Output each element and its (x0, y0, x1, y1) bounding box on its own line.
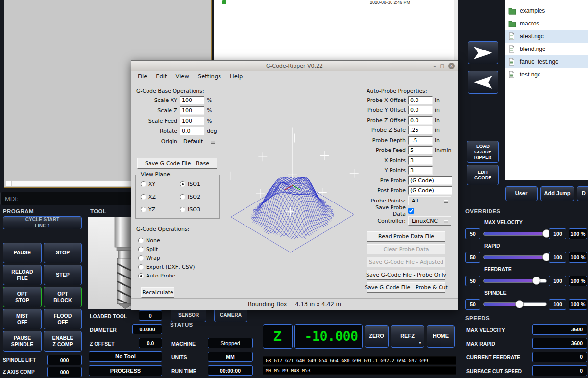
scale-xy-input[interactable] (180, 96, 204, 104)
probe-points-dropdown[interactable]: All (408, 196, 451, 205)
file-item-blend[interactable]: blend.ngc (505, 43, 588, 55)
radio-export[interactable]: Export (DXF, CSV) (138, 264, 195, 270)
scale-feed-input[interactable] (180, 117, 204, 125)
dialog-titlebar[interactable]: G-Code-Ripper V0.22 – □ × (131, 61, 458, 71)
origin-dropdown[interactable]: Default (180, 137, 218, 146)
override-min-button[interactable]: 50 (466, 299, 480, 310)
controller-value: LinuxCNC (412, 218, 438, 224)
edit-gcode-button[interactable]: EDIT GCODE (467, 165, 499, 185)
post-probe-input[interactable] (408, 186, 452, 195)
maximize-icon[interactable]: □ (440, 63, 444, 69)
probe-depth-input[interactable] (408, 136, 433, 145)
flood-button[interactable]: FLOOD OFF (44, 309, 82, 329)
override-max-button[interactable]: 100 (549, 252, 566, 263)
slider-handle[interactable] (532, 277, 540, 285)
radio-split[interactable]: Split (138, 246, 195, 252)
opt-block-button[interactable]: OPT BLOCK (44, 287, 82, 307)
override-max-button[interactable]: 100 (549, 299, 566, 310)
menu-file[interactable]: File (133, 72, 151, 81)
radio-iso3[interactable]: ISO3 (180, 206, 200, 213)
clear-probe-data-button: Clear Probe Data (367, 244, 445, 254)
arrow-left-icon (472, 75, 494, 90)
radio-yz[interactable]: YZ (141, 206, 155, 213)
auto-probe-heading: Auto-Probe Properties: (367, 88, 427, 94)
file-item-atest[interactable]: atest.ngc (505, 30, 588, 43)
probe-y-offset-input[interactable] (408, 106, 433, 114)
radio-xy[interactable]: XY (141, 181, 155, 187)
save-probe-cut-button[interactable]: Save G-Code File - Probe & Cut (367, 282, 445, 293)
spindle-slider[interactable] (483, 299, 547, 310)
save-probe-only-button[interactable]: Save G-Code File - Probe Only (367, 270, 445, 280)
max-velocity-slider[interactable] (483, 228, 547, 239)
scale-z-label: Scale Z (135, 107, 177, 114)
reload-file-button[interactable]: RELOAD FILE (3, 265, 42, 285)
probe-feed-input[interactable] (408, 146, 433, 154)
override-min-button[interactable]: 50 (466, 228, 480, 239)
radio-iso2[interactable]: ISO2 (180, 194, 200, 200)
close-icon[interactable]: × (448, 63, 455, 69)
menu-view[interactable]: View (172, 72, 194, 81)
file-item-macros[interactable]: macros (505, 17, 588, 30)
x-points-input[interactable] (408, 156, 433, 165)
minimize-icon[interactable]: – (434, 63, 436, 69)
scale-z-input[interactable] (180, 106, 204, 115)
menu-settings[interactable]: Settings (194, 72, 225, 81)
radio-xz[interactable]: XZ (141, 194, 156, 200)
file-item-test[interactable]: test.ngc (505, 68, 588, 81)
rotate-unit: deg (207, 128, 217, 134)
refz-button[interactable]: REFZ ▼ (391, 325, 424, 348)
slider-handle[interactable] (515, 300, 524, 308)
enable-zcomp-button[interactable]: ENABLE Z COMP (44, 331, 82, 352)
z-axis-button[interactable]: Z (263, 324, 293, 349)
menu-edit[interactable]: Edit (151, 72, 171, 81)
radio-icon (138, 238, 144, 243)
zero-button[interactable]: ZERO (365, 325, 389, 348)
probe-z-offset-input[interactable] (408, 116, 433, 125)
override-min-button[interactable]: 50 (466, 252, 480, 263)
load-gcode-ripper-button[interactable]: LOAD GCODE RIPPER (467, 141, 499, 163)
step-button[interactable]: STEP (44, 265, 82, 285)
opt-stop-button[interactable]: OPT STOP (3, 287, 42, 307)
probe-z-safe-input[interactable] (408, 126, 433, 134)
override-min-button[interactable]: 50 (466, 276, 480, 286)
feedrate-slider[interactable] (483, 276, 547, 286)
cycle-start-button[interactable]: CYCLE START LINE 1 (3, 216, 82, 229)
arrow-right-button[interactable] (468, 41, 498, 64)
menu-help[interactable]: Help (225, 72, 247, 81)
pre-probe-input[interactable] (408, 176, 452, 185)
override-max-button[interactable]: 100 (549, 276, 566, 286)
file-item-fanuc-test[interactable]: fanuc_test.ngc (505, 55, 588, 68)
unit: in (435, 127, 440, 133)
probe-points-label: Probe Points: (366, 198, 406, 204)
override-max-button[interactable]: 100 (549, 228, 566, 239)
controller-dropdown[interactable]: LinuxCNC (408, 216, 451, 226)
arrow-left-button[interactable] (468, 71, 498, 94)
origin-row: Origin Default (135, 136, 218, 147)
radio-label: Auto Probe (146, 273, 175, 279)
save-probe-data-checkbox[interactable] (408, 208, 414, 214)
stop-button[interactable]: STOP (44, 243, 82, 263)
y-points-input[interactable] (408, 166, 433, 175)
radio-none[interactable]: None (138, 237, 195, 244)
recalculate-button[interactable]: Recalculate (141, 287, 174, 298)
partial-button[interactable]: D (577, 186, 588, 201)
read-probe-data-button[interactable]: Read Probe Data File (367, 231, 445, 242)
radio-iso1[interactable]: ISO1 (180, 181, 200, 187)
home-button[interactable]: HOME (427, 325, 455, 348)
pause-button[interactable]: PAUSE (3, 243, 42, 263)
rotate-input[interactable] (180, 127, 204, 135)
probe-x-offset-input[interactable] (408, 96, 433, 104)
chevron-down-icon[interactable]: ▼ (418, 341, 422, 346)
radio-auto-probe[interactable]: Auto Probe (138, 273, 195, 279)
active-mcodes-bar: M0 M5 M9 M48 M53 (263, 366, 456, 375)
add-jump-button[interactable]: Add Jump (540, 186, 574, 201)
save-base-button[interactable]: Save G-Code File - Base (137, 158, 217, 169)
file-item-examples[interactable]: examples (505, 4, 588, 17)
rapid-slider[interactable] (483, 252, 547, 263)
pause-spindle-button[interactable]: PAUSE SPINDLE (3, 331, 42, 352)
user-button[interactable]: User (505, 186, 538, 201)
runtime-value: 00:00:00 (208, 365, 253, 376)
current-feedrate-label: CURRENT FEEDRATE (466, 354, 520, 360)
radio-wrap[interactable]: Wrap (138, 255, 195, 261)
mist-button[interactable]: MIST OFF (3, 309, 42, 329)
